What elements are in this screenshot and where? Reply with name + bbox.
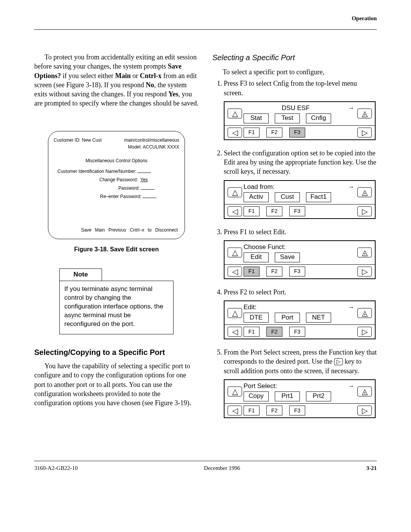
lcd-panel-choose-funct: △ Choose Funct: → Edit Save bbox=[224, 240, 376, 279]
label: Customer Identification Name/Number: bbox=[57, 168, 136, 175]
scroll-right-key[interactable]: ▷ bbox=[357, 406, 372, 415]
terminal-field: Customer Identification Name/Number: bbox=[54, 168, 179, 175]
triangle-up-icon: △ bbox=[232, 309, 238, 317]
terminal-screen-figure: Customer ID: New Cust main/control/misce… bbox=[48, 131, 185, 239]
scroll-right-inline-key: ▷ bbox=[334, 358, 343, 365]
arrow-right-icon: → bbox=[348, 303, 356, 312]
f1-key[interactable]: F1 bbox=[244, 406, 260, 415]
step-4: Press F2 to select Port. △ Edit: → DTE bbox=[224, 288, 377, 339]
f1-key[interactable]: F1 bbox=[244, 267, 260, 276]
lcd-option[interactable]: Activ bbox=[244, 192, 269, 202]
screen-path: main/control/miscellaneous bbox=[124, 137, 179, 144]
page: Operation To protect you from accidental… bbox=[0, 0, 411, 485]
model: Model: ACCULINK XXXX bbox=[124, 144, 179, 150]
arrow-right-icon: → bbox=[348, 104, 356, 113]
lcd-option[interactable]: Copy bbox=[244, 391, 269, 401]
home-key[interactable]: ◬ bbox=[357, 109, 372, 118]
lcd-panel-load-from: △ Load from: → Activ Cust Fact1 bbox=[224, 180, 376, 219]
intro-text: To select a specific port to configure, bbox=[212, 67, 377, 77]
lcd-option[interactable]: Cnfig bbox=[306, 113, 331, 123]
triangle-up-icon: △ bbox=[232, 249, 238, 256]
label: Re–enter Password: bbox=[100, 193, 142, 200]
step-1: Press F3 to select Cnfig from the top-le… bbox=[224, 79, 377, 140]
triangle-left-icon: ◁ bbox=[232, 268, 238, 275]
f2-key[interactable]: F2 bbox=[266, 327, 282, 337]
up-key[interactable]: △ bbox=[228, 387, 242, 396]
value: ACCULINK XXXX bbox=[143, 144, 179, 150]
triangle-right-icon: ▷ bbox=[362, 407, 368, 414]
triangle-up-line-icon: ◬ bbox=[362, 388, 368, 395]
value: Yes bbox=[140, 177, 148, 182]
lcd-title: Choose Funct: bbox=[244, 243, 286, 252]
scroll-left-key[interactable]: ◁ bbox=[228, 406, 242, 415]
f1-key[interactable]: F1 bbox=[244, 128, 260, 137]
text: if you select either bbox=[61, 72, 115, 80]
lcd-option[interactable]: Prt2 bbox=[306, 391, 331, 401]
f3-key[interactable]: F3 bbox=[289, 327, 305, 337]
triangle-up-icon: △ bbox=[232, 110, 238, 117]
lcd-option[interactable]: Fact1 bbox=[306, 192, 331, 202]
f2-key[interactable]: F2 bbox=[266, 128, 282, 137]
f2-key[interactable]: F2 bbox=[266, 206, 282, 216]
lcd-option[interactable]: DTE bbox=[244, 313, 269, 323]
home-key[interactable]: ◬ bbox=[357, 387, 372, 396]
note-box: Note If you terminate async terminal con… bbox=[59, 268, 174, 334]
scroll-left-key[interactable]: ◁ bbox=[228, 267, 242, 276]
footer-doc-id: 3160-A2-GB22-10 bbox=[34, 465, 78, 471]
triangle-left-icon: ◁ bbox=[232, 129, 238, 136]
arrow-right-icon: → bbox=[348, 183, 356, 192]
lcd-option[interactable]: NET bbox=[306, 313, 331, 323]
triangle-right-icon: ▷ bbox=[362, 328, 368, 335]
scroll-right-key[interactable]: ▷ bbox=[357, 128, 372, 137]
home-key[interactable]: ◬ bbox=[357, 187, 372, 197]
up-key[interactable]: △ bbox=[228, 109, 242, 118]
f1-key[interactable]: F1 bbox=[244, 327, 260, 337]
blank-underline bbox=[141, 189, 155, 190]
triangle-up-line-icon: ◬ bbox=[362, 309, 368, 317]
figure-caption: Figure 3-18. Save Edit screen bbox=[34, 245, 199, 254]
scroll-left-key[interactable]: ◁ bbox=[228, 128, 242, 137]
scroll-left-key[interactable]: ◁ bbox=[228, 206, 242, 216]
f2-key[interactable]: F2 bbox=[266, 406, 282, 415]
step-text: Press F1 to select Edit. bbox=[224, 228, 287, 236]
step-3: Press F1 to select Edit. △ Choose Funct:… bbox=[224, 227, 377, 279]
home-key[interactable]: ◬ bbox=[357, 248, 372, 257]
step-5: From the Port Select screen, press the F… bbox=[224, 348, 377, 418]
terminal-header-row: Customer ID: New Cust main/control/misce… bbox=[54, 137, 179, 150]
scroll-right-key[interactable]: ▷ bbox=[357, 327, 372, 337]
f3-key[interactable]: F3 bbox=[289, 406, 305, 415]
f3-key[interactable]: F3 bbox=[289, 267, 305, 276]
home-key[interactable]: ◬ bbox=[357, 308, 372, 318]
lcd-title: Edit: bbox=[244, 303, 256, 312]
scroll-left-key[interactable]: ◁ bbox=[228, 327, 242, 337]
triangle-up-line-icon: ◬ bbox=[362, 249, 368, 256]
note-body: If you terminate async terminal control … bbox=[59, 281, 174, 334]
scroll-right-key[interactable]: ▷ bbox=[357, 267, 372, 276]
up-key[interactable]: △ bbox=[228, 248, 242, 257]
scroll-right-key[interactable]: ▷ bbox=[357, 206, 372, 216]
f3-key[interactable]: F3 bbox=[289, 206, 305, 216]
lcd-option[interactable]: Port bbox=[275, 313, 300, 323]
section-header: Operation bbox=[34, 15, 377, 22]
lcd-option[interactable]: Test bbox=[275, 113, 300, 123]
steps-list: Press F3 to select Cnfig from the top-le… bbox=[212, 79, 377, 418]
lcd-option[interactable]: Cust bbox=[275, 192, 300, 202]
f3-key[interactable]: F3 bbox=[289, 128, 305, 137]
up-key[interactable]: △ bbox=[228, 308, 242, 318]
footer-date: December 1996 bbox=[204, 465, 240, 471]
lcd-option[interactable]: Stat bbox=[244, 113, 269, 123]
footer-page-number: 3-21 bbox=[366, 465, 377, 471]
heading-selecting-copying: Selecting/Copying to a Specific Port bbox=[34, 347, 199, 358]
lcd-title: Load from: bbox=[244, 183, 274, 192]
right-column: Selecting a Specific Port To select a sp… bbox=[212, 53, 377, 427]
lcd-option[interactable]: Save bbox=[275, 252, 300, 262]
lcd-option[interactable]: Prt1 bbox=[275, 391, 300, 401]
arrow-right-icon: → bbox=[348, 382, 356, 391]
left-column: To protect you from accidentally exiting… bbox=[34, 53, 199, 427]
triangle-right-icon: ▷ bbox=[362, 208, 368, 215]
up-key[interactable]: △ bbox=[228, 187, 242, 197]
terminal-footer-menu: Save Main Previous Cntrl–x to Disconnect bbox=[54, 227, 179, 233]
f2-key[interactable]: F2 bbox=[266, 267, 282, 276]
f1-key[interactable]: F1 bbox=[244, 206, 260, 216]
lcd-option[interactable]: Edit bbox=[244, 252, 269, 262]
